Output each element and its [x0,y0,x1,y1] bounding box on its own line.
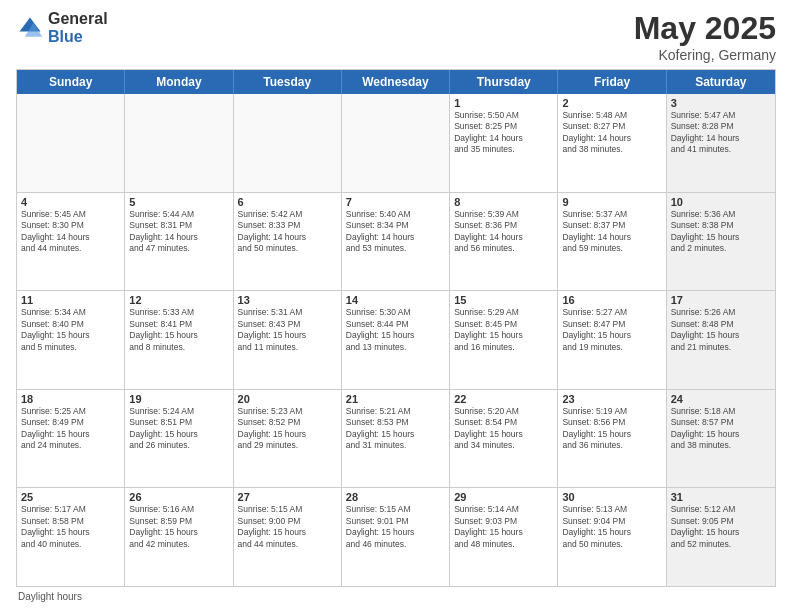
calendar-row-2: 4Sunrise: 5:45 AM Sunset: 8:30 PM Daylig… [17,192,775,291]
title-block: May 2025 Kofering, Germany [634,10,776,63]
day-number: 5 [129,196,228,208]
day-info: Sunrise: 5:24 AM Sunset: 8:51 PM Dayligh… [129,406,228,452]
calendar-row-5: 25Sunrise: 5:17 AM Sunset: 8:58 PM Dayli… [17,487,775,586]
header-day-wednesday: Wednesday [342,70,450,94]
calendar-cell-25: 25Sunrise: 5:17 AM Sunset: 8:58 PM Dayli… [17,488,125,586]
day-number: 30 [562,491,661,503]
calendar-cell-5: 5Sunrise: 5:44 AM Sunset: 8:31 PM Daylig… [125,193,233,291]
logo-blue-text: Blue [48,28,108,46]
day-info: Sunrise: 5:13 AM Sunset: 9:04 PM Dayligh… [562,504,661,550]
calendar-header: SundayMondayTuesdayWednesdayThursdayFrid… [17,70,775,94]
day-info: Sunrise: 5:26 AM Sunset: 8:48 PM Dayligh… [671,307,771,353]
calendar-row-3: 11Sunrise: 5:34 AM Sunset: 8:40 PM Dayli… [17,290,775,389]
day-info: Sunrise: 5:20 AM Sunset: 8:54 PM Dayligh… [454,406,553,452]
day-number: 26 [129,491,228,503]
day-number: 11 [21,294,120,306]
calendar-cell-9: 9Sunrise: 5:37 AM Sunset: 8:37 PM Daylig… [558,193,666,291]
day-info: Sunrise: 5:33 AM Sunset: 8:41 PM Dayligh… [129,307,228,353]
day-number: 1 [454,97,553,109]
header-day-friday: Friday [558,70,666,94]
calendar-cell-empty-2 [234,94,342,192]
day-number: 9 [562,196,661,208]
calendar-cell-18: 18Sunrise: 5:25 AM Sunset: 8:49 PM Dayli… [17,390,125,488]
day-number: 19 [129,393,228,405]
calendar-cell-empty-1 [125,94,233,192]
day-info: Sunrise: 5:23 AM Sunset: 8:52 PM Dayligh… [238,406,337,452]
day-info: Sunrise: 5:44 AM Sunset: 8:31 PM Dayligh… [129,209,228,255]
calendar-cell-empty-0 [17,94,125,192]
day-info: Sunrise: 5:18 AM Sunset: 8:57 PM Dayligh… [671,406,771,452]
day-info: Sunrise: 5:15 AM Sunset: 9:00 PM Dayligh… [238,504,337,550]
calendar-cell-3: 3Sunrise: 5:47 AM Sunset: 8:28 PM Daylig… [667,94,775,192]
calendar-cell-24: 24Sunrise: 5:18 AM Sunset: 8:57 PM Dayli… [667,390,775,488]
header-day-monday: Monday [125,70,233,94]
calendar-cell-23: 23Sunrise: 5:19 AM Sunset: 8:56 PM Dayli… [558,390,666,488]
day-info: Sunrise: 5:42 AM Sunset: 8:33 PM Dayligh… [238,209,337,255]
day-number: 6 [238,196,337,208]
day-info: Sunrise: 5:15 AM Sunset: 9:01 PM Dayligh… [346,504,445,550]
calendar-cell-14: 14Sunrise: 5:30 AM Sunset: 8:44 PM Dayli… [342,291,450,389]
day-info: Sunrise: 5:45 AM Sunset: 8:30 PM Dayligh… [21,209,120,255]
calendar-cell-12: 12Sunrise: 5:33 AM Sunset: 8:41 PM Dayli… [125,291,233,389]
day-info: Sunrise: 5:29 AM Sunset: 8:45 PM Dayligh… [454,307,553,353]
day-info: Sunrise: 5:30 AM Sunset: 8:44 PM Dayligh… [346,307,445,353]
calendar-cell-6: 6Sunrise: 5:42 AM Sunset: 8:33 PM Daylig… [234,193,342,291]
header: General Blue May 2025 Kofering, Germany [16,10,776,63]
day-number: 8 [454,196,553,208]
day-info: Sunrise: 5:19 AM Sunset: 8:56 PM Dayligh… [562,406,661,452]
calendar-row-4: 18Sunrise: 5:25 AM Sunset: 8:49 PM Dayli… [17,389,775,488]
calendar-cell-26: 26Sunrise: 5:16 AM Sunset: 8:59 PM Dayli… [125,488,233,586]
day-number: 17 [671,294,771,306]
day-number: 28 [346,491,445,503]
day-number: 7 [346,196,445,208]
day-number: 16 [562,294,661,306]
calendar-cell-27: 27Sunrise: 5:15 AM Sunset: 9:00 PM Dayli… [234,488,342,586]
day-number: 23 [562,393,661,405]
day-info: Sunrise: 5:21 AM Sunset: 8:53 PM Dayligh… [346,406,445,452]
day-number: 29 [454,491,553,503]
day-number: 27 [238,491,337,503]
day-info: Sunrise: 5:31 AM Sunset: 8:43 PM Dayligh… [238,307,337,353]
calendar-cell-7: 7Sunrise: 5:40 AM Sunset: 8:34 PM Daylig… [342,193,450,291]
calendar-cell-16: 16Sunrise: 5:27 AM Sunset: 8:47 PM Dayli… [558,291,666,389]
day-info: Sunrise: 5:39 AM Sunset: 8:36 PM Dayligh… [454,209,553,255]
calendar-cell-21: 21Sunrise: 5:21 AM Sunset: 8:53 PM Dayli… [342,390,450,488]
day-number: 13 [238,294,337,306]
day-info: Sunrise: 5:48 AM Sunset: 8:27 PM Dayligh… [562,110,661,156]
page: General Blue May 2025 Kofering, Germany … [0,0,792,612]
calendar-cell-28: 28Sunrise: 5:15 AM Sunset: 9:01 PM Dayli… [342,488,450,586]
logo-text: General Blue [48,10,108,45]
calendar-cell-13: 13Sunrise: 5:31 AM Sunset: 8:43 PM Dayli… [234,291,342,389]
calendar-cell-8: 8Sunrise: 5:39 AM Sunset: 8:36 PM Daylig… [450,193,558,291]
day-info: Sunrise: 5:34 AM Sunset: 8:40 PM Dayligh… [21,307,120,353]
day-info: Sunrise: 5:25 AM Sunset: 8:49 PM Dayligh… [21,406,120,452]
day-info: Sunrise: 5:17 AM Sunset: 8:58 PM Dayligh… [21,504,120,550]
calendar-cell-2: 2Sunrise: 5:48 AM Sunset: 8:27 PM Daylig… [558,94,666,192]
day-number: 20 [238,393,337,405]
day-info: Sunrise: 5:16 AM Sunset: 8:59 PM Dayligh… [129,504,228,550]
calendar-cell-22: 22Sunrise: 5:20 AM Sunset: 8:54 PM Dayli… [450,390,558,488]
day-info: Sunrise: 5:40 AM Sunset: 8:34 PM Dayligh… [346,209,445,255]
header-day-saturday: Saturday [667,70,775,94]
day-number: 2 [562,97,661,109]
day-number: 15 [454,294,553,306]
calendar-cell-20: 20Sunrise: 5:23 AM Sunset: 8:52 PM Dayli… [234,390,342,488]
calendar-cell-17: 17Sunrise: 5:26 AM Sunset: 8:48 PM Dayli… [667,291,775,389]
footer-note: Daylight hours [16,591,776,602]
calendar-row-1: 1Sunrise: 5:50 AM Sunset: 8:25 PM Daylig… [17,94,775,192]
day-info: Sunrise: 5:50 AM Sunset: 8:25 PM Dayligh… [454,110,553,156]
calendar-cell-10: 10Sunrise: 5:36 AM Sunset: 8:38 PM Dayli… [667,193,775,291]
day-number: 22 [454,393,553,405]
calendar: SundayMondayTuesdayWednesdayThursdayFrid… [16,69,776,587]
header-day-tuesday: Tuesday [234,70,342,94]
day-info: Sunrise: 5:14 AM Sunset: 9:03 PM Dayligh… [454,504,553,550]
calendar-cell-4: 4Sunrise: 5:45 AM Sunset: 8:30 PM Daylig… [17,193,125,291]
logo-general-text: General [48,10,108,28]
day-number: 14 [346,294,445,306]
day-info: Sunrise: 5:12 AM Sunset: 9:05 PM Dayligh… [671,504,771,550]
calendar-cell-1: 1Sunrise: 5:50 AM Sunset: 8:25 PM Daylig… [450,94,558,192]
title-month: May 2025 [634,10,776,47]
calendar-cell-19: 19Sunrise: 5:24 AM Sunset: 8:51 PM Dayli… [125,390,233,488]
calendar-cell-11: 11Sunrise: 5:34 AM Sunset: 8:40 PM Dayli… [17,291,125,389]
header-day-thursday: Thursday [450,70,558,94]
